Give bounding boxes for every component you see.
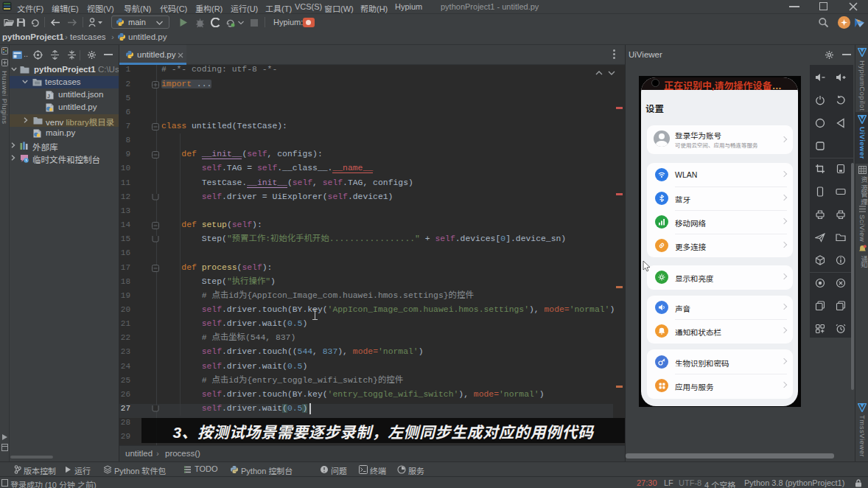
svg-text:J: J: [47, 94, 50, 99]
